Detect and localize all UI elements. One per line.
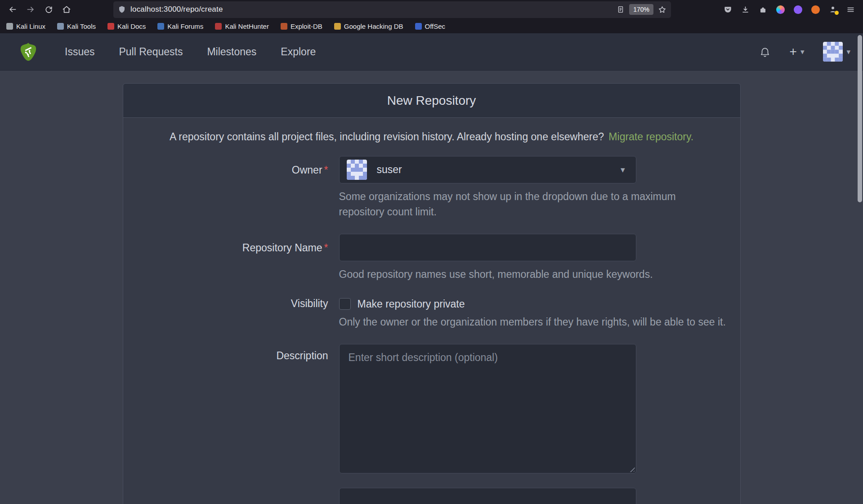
user-avatar xyxy=(823,42,843,62)
visibility-row: Visibility Make repository private Only … xyxy=(123,296,740,330)
url-text: localhost:3000/repo/create xyxy=(130,5,612,14)
back-icon xyxy=(8,5,17,14)
bookmark-favicon xyxy=(157,23,164,30)
owner-label: Owner* xyxy=(123,156,339,177)
bookmark-item[interactable]: Kali Linux xyxy=(6,22,45,30)
form-body: A repository contains all project files,… xyxy=(123,118,740,504)
owner-avatar xyxy=(347,160,367,180)
private-checkbox[interactable] xyxy=(339,298,351,310)
create-new-button[interactable]: + ▾ xyxy=(790,45,805,58)
bookmark-favicon xyxy=(107,23,114,30)
description-textarea[interactable] xyxy=(339,344,636,473)
bookmark-favicon xyxy=(415,23,422,30)
browser-toolbar: localhost:3000/repo/create 170% xyxy=(0,0,863,19)
nav-item-pull-requests[interactable]: Pull Requests xyxy=(119,46,183,58)
chevron-down-icon: ▾ xyxy=(846,48,850,56)
migrate-repository-link[interactable]: Migrate repository. xyxy=(608,131,693,143)
user-menu-button[interactable]: ▾ xyxy=(823,42,850,62)
chevron-down-icon: ▾ xyxy=(800,48,805,56)
private-checkbox-label[interactable]: Make repository private xyxy=(358,298,465,310)
owner-selected-value: suser xyxy=(377,164,402,176)
reload-button[interactable] xyxy=(40,2,57,17)
bookmark-item[interactable]: Kali Forums xyxy=(157,22,203,30)
next-field-row xyxy=(123,488,740,504)
bookmark-label: Kali Linux xyxy=(16,22,45,30)
bookmark-item[interactable]: OffSec xyxy=(415,22,446,30)
repository-name-label: Repository Name* xyxy=(123,234,339,255)
new-repository-form: New Repository A repository contains all… xyxy=(123,83,741,504)
page-title: New Repository xyxy=(387,94,476,108)
bookmark-label: Kali Forums xyxy=(167,22,203,30)
bookmarks-bar: Kali Linux Kali Tools Kali Docs Kali For… xyxy=(0,19,863,33)
bookmark-item[interactable]: Google Hacking DB xyxy=(334,22,403,30)
bookmark-label: Kali NetHunter xyxy=(225,22,269,30)
home-button[interactable] xyxy=(58,2,75,17)
form-header: New Repository xyxy=(123,84,740,118)
profile-icon[interactable] xyxy=(825,2,841,17)
intro-text: A repository contains all project files,… xyxy=(123,129,740,144)
container-tab-icon[interactable] xyxy=(772,2,788,17)
back-button[interactable] xyxy=(4,2,21,17)
container-tab-glyph xyxy=(776,5,785,14)
extension-purple-icon[interactable] xyxy=(790,2,806,17)
gitea-logo[interactable] xyxy=(18,41,39,62)
repository-name-row: Repository Name* Good repository names u… xyxy=(123,234,740,282)
visibility-label: Visibility xyxy=(123,296,339,311)
zoom-indicator[interactable]: 170% xyxy=(629,4,653,15)
reload-icon xyxy=(45,5,53,14)
shield-icon[interactable] xyxy=(118,5,126,13)
pocket-icon[interactable] xyxy=(720,2,736,17)
bookmark-label: Exploit-DB xyxy=(291,22,322,30)
extensions-puzzle-icon[interactable] xyxy=(755,2,771,17)
bookmark-item[interactable]: Exploit-DB xyxy=(281,22,322,30)
bookmark-favicon xyxy=(334,23,341,30)
owner-row: Owner* xyxy=(123,156,740,219)
bookmark-label: OffSec xyxy=(425,22,446,30)
reader-mode-icon[interactable] xyxy=(617,5,625,13)
template-field-partial[interactable] xyxy=(339,488,636,504)
bookmark-item[interactable]: Kali Tools xyxy=(57,22,96,30)
bookmark-label: Kali Tools xyxy=(67,22,96,30)
bookmark-label: Kali Docs xyxy=(117,22,146,30)
intro-message: A repository contains all project files,… xyxy=(170,131,604,143)
bookmark-favicon xyxy=(6,23,13,30)
description-row: Description xyxy=(123,344,740,473)
notifications-button[interactable] xyxy=(759,46,771,58)
home-icon xyxy=(62,5,71,14)
bookmark-favicon xyxy=(215,23,222,30)
page-scrollbar[interactable] xyxy=(858,35,862,202)
toolbar-extensions-area xyxy=(720,2,859,17)
bookmark-label: Google Hacking DB xyxy=(344,22,403,30)
repository-name-help-text: Good repository names use short, memorab… xyxy=(339,267,740,282)
page-content: New Repository A repository contains all… xyxy=(0,71,863,504)
plus-icon: + xyxy=(790,45,797,58)
navbar-right: + ▾ ▾ xyxy=(759,42,850,62)
visibility-help-text: Only the owner or the organization membe… xyxy=(339,314,735,330)
required-asterisk: * xyxy=(324,164,328,176)
profile-badge xyxy=(835,11,839,15)
app-menu-icon[interactable] xyxy=(842,2,859,17)
gitea-navbar: Issues Pull Requests Milestones Explore … xyxy=(0,33,863,71)
bookmark-star-icon[interactable] xyxy=(658,5,666,14)
extension-orange-icon[interactable] xyxy=(807,2,823,17)
bookmark-favicon xyxy=(57,23,64,30)
extension-purple-glyph xyxy=(794,5,802,14)
forward-button[interactable] xyxy=(22,2,39,17)
owner-help-text: Some organizations may not show up in th… xyxy=(339,189,699,219)
url-bar[interactable]: localhost:3000/repo/create 170% xyxy=(113,1,671,18)
owner-dropdown[interactable]: suser ▾ xyxy=(339,156,636,183)
required-asterisk: * xyxy=(324,242,328,254)
screen: localhost:3000/repo/create 170% xyxy=(0,0,863,504)
extension-orange-glyph xyxy=(811,5,820,14)
bookmark-item[interactable]: Kali NetHunter xyxy=(215,22,269,30)
bookmark-item[interactable]: Kali Docs xyxy=(107,22,146,30)
bookmark-favicon xyxy=(281,23,287,30)
nav-item-explore[interactable]: Explore xyxy=(281,46,316,58)
forward-icon xyxy=(26,5,35,14)
chevron-down-icon: ▾ xyxy=(621,165,625,174)
repository-name-input[interactable] xyxy=(339,234,636,261)
nav-item-milestones[interactable]: Milestones xyxy=(207,46,256,58)
downloads-icon[interactable] xyxy=(737,2,753,17)
nav-item-issues[interactable]: Issues xyxy=(65,46,94,58)
bell-icon xyxy=(759,46,771,58)
